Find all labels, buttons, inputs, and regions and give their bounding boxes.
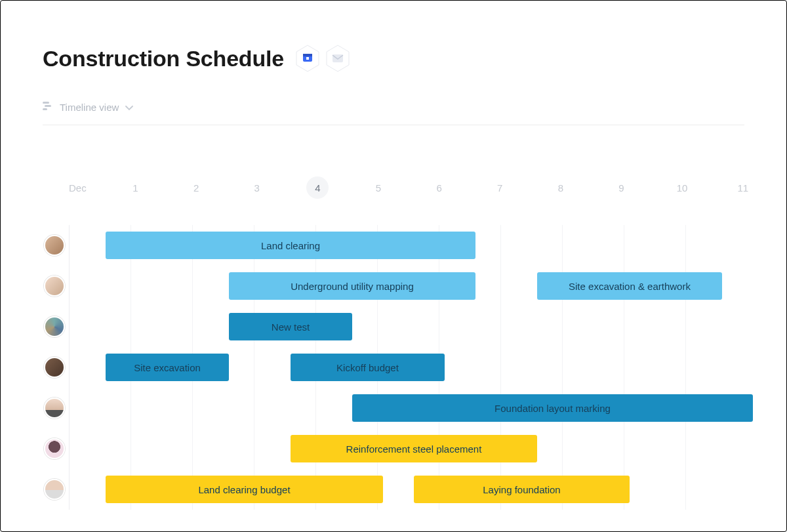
gantt-bar[interactable]: Reinforcement steel placement	[291, 435, 537, 462]
day-header[interactable]: 8	[531, 182, 592, 194]
month-label: Dec	[69, 182, 105, 194]
gantt-bar[interactable]: Laying foundation	[414, 476, 630, 503]
chevron-down-icon	[125, 102, 133, 113]
gantt-bar[interactable]: Site excavation	[106, 354, 229, 381]
svg-rect-3	[306, 57, 309, 60]
avatar[interactable]	[44, 357, 65, 378]
gantt-row: Reinforcement steel placement	[44, 428, 773, 469]
gantt-icon	[43, 102, 53, 113]
svg-rect-6	[43, 102, 49, 104]
mail-icon[interactable]	[325, 44, 351, 73]
svg-rect-5	[333, 54, 343, 62]
avatar[interactable]	[44, 316, 65, 337]
avatar[interactable]	[44, 276, 65, 297]
day-header[interactable]: 9	[591, 182, 652, 194]
gantt-grid: Land clearingUnderground utility mapping…	[44, 225, 773, 510]
gantt-row: Site excavationKickoff budget	[44, 347, 773, 388]
gantt-row: Underground utility mappingSite excavati…	[44, 266, 773, 306]
day-header[interactable]: 7	[470, 182, 531, 194]
svg-rect-7	[45, 105, 51, 107]
day-header[interactable]: 11	[712, 182, 773, 194]
svg-rect-2	[303, 54, 312, 56]
page-title: Construction Schedule	[43, 46, 284, 72]
calendar-icon[interactable]	[294, 44, 321, 73]
day-header[interactable]: 2	[166, 182, 227, 194]
view-selector[interactable]: Timeline view	[43, 102, 744, 125]
day-header[interactable]: 3	[226, 182, 287, 194]
timeline-date-row: Dec 1234567891011	[69, 176, 773, 199]
gantt-bar[interactable]: Foundation layout marking	[352, 394, 753, 422]
gantt-row: New test	[44, 306, 773, 347]
avatar[interactable]	[44, 479, 65, 500]
avatar[interactable]	[44, 398, 65, 419]
gantt-row: Land clearing budgetLaying foundation	[44, 469, 773, 510]
gantt-row: Land clearing	[44, 225, 773, 266]
day-header[interactable]: 5	[348, 182, 409, 194]
gantt-bar[interactable]: Underground utility mapping	[229, 272, 475, 300]
day-header[interactable]: 1	[105, 182, 166, 194]
view-label: Timeline view	[60, 102, 119, 113]
avatar[interactable]	[44, 235, 65, 256]
gantt-bar[interactable]: Land clearing	[106, 232, 475, 259]
day-header[interactable]: 6	[409, 182, 470, 194]
gantt-bar[interactable]: Kickoff budget	[291, 354, 445, 381]
avatar[interactable]	[44, 438, 65, 459]
day-header[interactable]: 4	[287, 176, 348, 199]
gantt-row: Foundation layout marking	[44, 388, 773, 428]
gantt-bar[interactable]: Site excavation & earthwork	[537, 272, 722, 300]
gantt-bar[interactable]: New test	[229, 313, 352, 340]
day-header[interactable]: 10	[652, 182, 713, 194]
gantt-bar[interactable]: Land clearing budget	[106, 476, 383, 503]
svg-rect-8	[43, 108, 47, 110]
